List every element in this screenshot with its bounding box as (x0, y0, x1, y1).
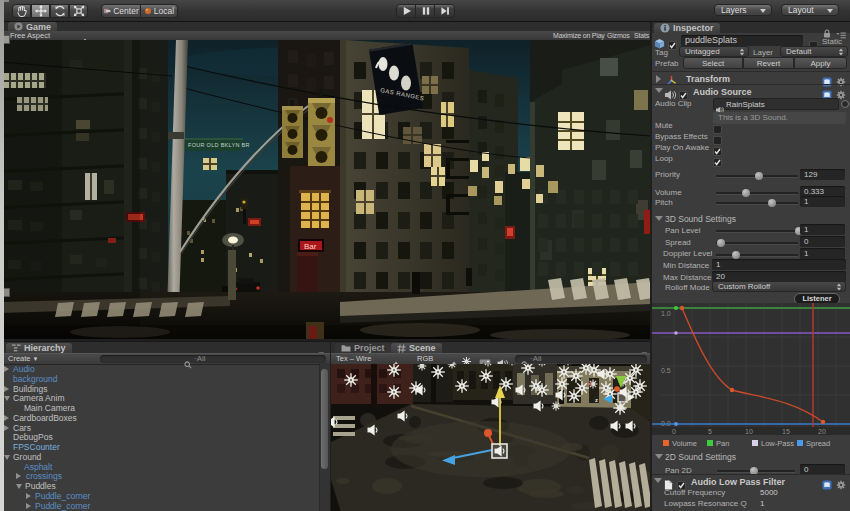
svg-text:5: 5 (708, 428, 712, 435)
svg-text:0: 0 (672, 428, 676, 435)
svg-text:x: x (589, 380, 593, 387)
svg-text:1.0: 1.0 (661, 310, 671, 317)
svg-text:15: 15 (782, 428, 790, 435)
svg-text:Bar: Bar (304, 242, 317, 251)
svg-text:0.5: 0.5 (661, 367, 671, 374)
svg-text:z: z (595, 397, 598, 403)
svg-text:20: 20 (818, 428, 826, 435)
svg-text:10: 10 (745, 428, 753, 435)
svg-text:FOUR OLD BKLYN BR: FOUR OLD BKLYN BR (188, 142, 250, 148)
